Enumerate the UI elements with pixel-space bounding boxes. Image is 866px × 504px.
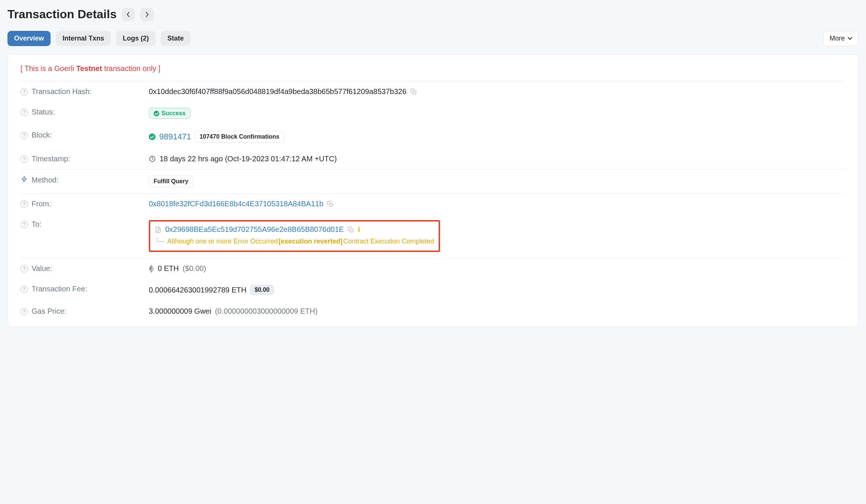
svg-rect-2 bbox=[330, 203, 333, 206]
copy-icon bbox=[347, 226, 354, 233]
lightning-icon bbox=[20, 175, 28, 185]
copy-icon bbox=[327, 201, 334, 207]
confirmations-badge: 107470 Block Confirmations bbox=[195, 131, 284, 143]
label-method: Method: bbox=[32, 176, 58, 184]
next-tx-button[interactable] bbox=[140, 8, 154, 21]
help-icon[interactable]: ? bbox=[20, 265, 28, 272]
help-icon[interactable]: ? bbox=[20, 88, 28, 96]
status-badge: Success bbox=[149, 108, 190, 119]
transaction-hash: 0x10ddec30f6f407ff88f9a056d048819df4a9be… bbox=[149, 87, 407, 96]
label-status: Status: bbox=[32, 108, 55, 116]
tab-logs[interactable]: Logs (2) bbox=[116, 31, 155, 46]
more-label: More bbox=[830, 35, 845, 42]
contract-icon bbox=[155, 226, 161, 233]
copy-to-button[interactable] bbox=[347, 226, 354, 233]
check-circle-icon bbox=[154, 111, 159, 116]
fee-usd-badge: $0.00 bbox=[250, 285, 274, 295]
help-icon[interactable]: ? bbox=[20, 132, 28, 139]
execution-reverted-notice: └─ Although one or more Error Occurred [… bbox=[155, 238, 434, 245]
gas-gwei: 3.000000009 Gwei bbox=[149, 307, 211, 316]
help-icon[interactable]: ? bbox=[20, 109, 28, 116]
chevron-right-icon bbox=[145, 12, 149, 17]
check-circle-icon bbox=[149, 133, 155, 140]
tab-internal-txns[interactable]: Internal Txns bbox=[56, 31, 111, 46]
help-icon[interactable]: ? bbox=[20, 155, 28, 163]
help-icon[interactable]: ? bbox=[20, 308, 28, 315]
label-to: To: bbox=[32, 220, 42, 229]
ethereum-icon bbox=[149, 265, 154, 273]
label-from: From: bbox=[32, 200, 51, 208]
to-address-link[interactable]: 0x29698BEa5Ec519d702755A96e2e8B65B8076d0… bbox=[165, 225, 344, 234]
info-icon[interactable]: i bbox=[358, 226, 360, 233]
copy-from-button[interactable] bbox=[327, 201, 334, 207]
chevron-left-icon bbox=[126, 12, 131, 17]
tab-overview[interactable]: Overview bbox=[7, 31, 51, 46]
svg-rect-0 bbox=[413, 91, 416, 94]
method-badge: Fulfill Query bbox=[149, 175, 193, 187]
gas-eth: (0.000000003000000009 ETH) bbox=[215, 307, 318, 316]
label-fee: Transaction Fee: bbox=[32, 285, 87, 293]
copy-icon bbox=[410, 88, 417, 95]
from-address-link[interactable]: 0x8018fe32fCFd3d166E8b4c4E37105318A84BA1… bbox=[149, 200, 323, 208]
help-icon[interactable]: ? bbox=[20, 200, 28, 208]
help-icon[interactable]: ? bbox=[20, 221, 28, 228]
clock-icon bbox=[149, 155, 156, 162]
label-block: Block: bbox=[32, 131, 52, 139]
value-eth: 0 ETH bbox=[158, 264, 179, 273]
more-button[interactable]: More bbox=[823, 31, 859, 46]
label-timestamp: Timestamp: bbox=[32, 155, 70, 163]
label-value: Value: bbox=[32, 264, 52, 273]
block-link[interactable]: 9891471 bbox=[159, 132, 191, 142]
help-icon[interactable]: ? bbox=[20, 285, 28, 293]
prev-tx-button[interactable] bbox=[122, 8, 135, 21]
tab-state[interactable]: State bbox=[161, 31, 190, 46]
page-title: Transaction Details bbox=[7, 7, 116, 21]
svg-rect-5 bbox=[350, 229, 353, 232]
copy-hash-button[interactable] bbox=[410, 88, 417, 95]
value-usd: ($0.00) bbox=[183, 264, 206, 273]
details-card: [ This is a Goerli Testnet transaction o… bbox=[7, 54, 859, 327]
label-hash: Transaction Hash: bbox=[32, 87, 92, 96]
label-gas: Gas Price: bbox=[32, 307, 66, 316]
testnet-notice: [ This is a Goerli Testnet transaction o… bbox=[20, 64, 846, 73]
chevron-down-icon bbox=[848, 37, 852, 40]
to-highlight-box: 0x29698BEa5Ec519d702755A96e2e8B65B8076d0… bbox=[149, 220, 440, 252]
timestamp-value: 18 days 22 hrs ago (Oct-19-2023 01:47:12… bbox=[160, 155, 337, 163]
fee-eth: 0.000664263001992789 ETH bbox=[149, 286, 246, 294]
